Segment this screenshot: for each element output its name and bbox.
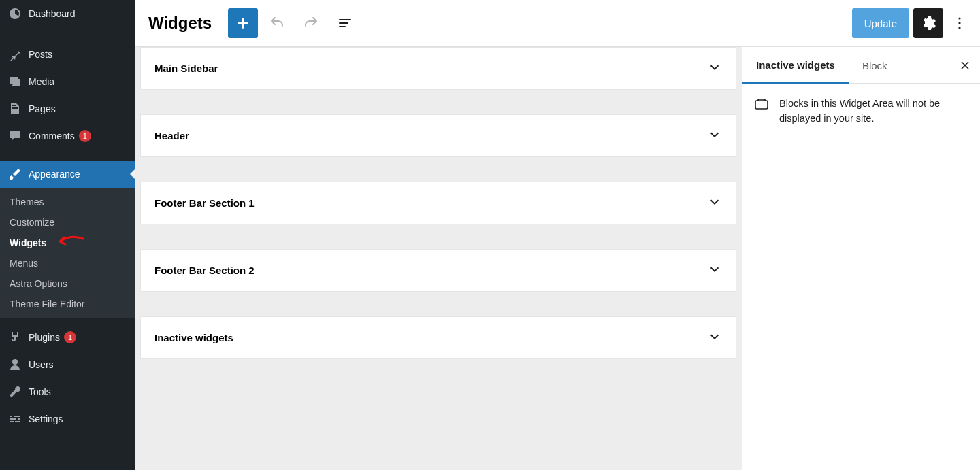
svg-point-2 bbox=[958, 27, 960, 29]
submenu-themes[interactable]: Themes bbox=[0, 192, 135, 212]
sidebar-item-pages[interactable]: Pages bbox=[0, 95, 135, 122]
comment-icon bbox=[8, 129, 22, 143]
widget-area-toggle[interactable]: Header bbox=[141, 115, 736, 156]
svg-point-1 bbox=[958, 22, 960, 24]
sidebar-item-label: Comments bbox=[29, 131, 75, 141]
redo-button[interactable] bbox=[296, 8, 326, 38]
submenu-theme-editor[interactable]: Theme File Editor bbox=[0, 294, 135, 314]
add-block-button[interactable] bbox=[228, 8, 258, 38]
dashboard-icon bbox=[8, 7, 22, 20]
panel-message: Blocks in this Widget Area will not be d… bbox=[779, 96, 969, 127]
widget-areas-column: Main Sidebar Header Footer Bar Section 1 bbox=[135, 47, 742, 470]
editor-body: Main Sidebar Header Footer Bar Section 1 bbox=[135, 47, 980, 470]
pin-icon bbox=[8, 48, 22, 61]
submenu-customize[interactable]: Customize bbox=[0, 212, 135, 233]
sidebar-item-posts[interactable]: Posts bbox=[0, 41, 135, 68]
submenu-widgets[interactable]: Widgets bbox=[0, 233, 135, 253]
sidebar-item-comments[interactable]: Comments 1 bbox=[0, 122, 135, 150]
plug-icon bbox=[8, 331, 22, 344]
user-icon bbox=[8, 358, 22, 371]
settings-panel: Inactive widgets Block Blocks in this Wi… bbox=[742, 47, 980, 470]
sidebar-item-label: Dashboard bbox=[29, 8, 76, 19]
widget-area-footer-2: Footer Bar Section 2 bbox=[140, 249, 736, 292]
sidebar-item-plugins[interactable]: Plugins 1 bbox=[0, 324, 135, 351]
sidebar-item-label: Plugins bbox=[29, 332, 60, 343]
sidebar-item-users[interactable]: Users bbox=[0, 351, 135, 378]
widget-area-label: Footer Bar Section 2 bbox=[154, 265, 255, 276]
admin-sidebar: Dashboard Posts Media Pages Comments 1 A… bbox=[0, 0, 135, 470]
widget-area-inactive: Inactive widgets bbox=[140, 316, 736, 359]
widget-area-icon bbox=[753, 96, 770, 127]
undo-button[interactable] bbox=[262, 8, 292, 38]
list-view-button[interactable] bbox=[330, 8, 360, 38]
widget-area-label: Inactive widgets bbox=[154, 332, 233, 343]
sidebar-item-label: Posts bbox=[29, 49, 52, 60]
sliders-icon bbox=[8, 412, 22, 426]
plugins-badge: 1 bbox=[64, 331, 76, 343]
submenu-astra-options[interactable]: Astra Options bbox=[0, 273, 135, 294]
svg-rect-3 bbox=[755, 101, 768, 109]
page-title: Widgets bbox=[148, 14, 212, 33]
widget-area-footer-1: Footer Bar Section 1 bbox=[140, 182, 736, 224]
widget-area-toggle[interactable]: Footer Bar Section 2 bbox=[141, 250, 736, 291]
wrench-icon bbox=[8, 385, 22, 399]
sidebar-item-label: Pages bbox=[29, 103, 56, 114]
widget-area-toggle[interactable]: Main Sidebar bbox=[141, 48, 736, 89]
options-button[interactable] bbox=[947, 8, 972, 38]
widget-area-main-sidebar: Main Sidebar bbox=[140, 47, 736, 90]
close-panel-button[interactable] bbox=[950, 50, 980, 80]
sidebar-item-label: Media bbox=[29, 76, 54, 87]
settings-tabs: Inactive widgets Block bbox=[742, 47, 980, 84]
tab-inactive-widgets[interactable]: Inactive widgets bbox=[742, 47, 849, 84]
active-pointer bbox=[130, 169, 135, 180]
widget-area-label: Header bbox=[154, 130, 189, 141]
update-button[interactable]: Update bbox=[852, 8, 909, 38]
chevron-down-icon bbox=[707, 127, 722, 144]
panel-body: Blocks in this Widget Area will not be d… bbox=[742, 84, 980, 139]
sidebar-item-tools[interactable]: Tools bbox=[0, 378, 135, 405]
editor-header: Widgets Update bbox=[135, 0, 980, 47]
sidebar-item-label: Appearance bbox=[29, 169, 80, 180]
editor: Widgets Update bbox=[135, 0, 980, 470]
sidebar-item-settings[interactable]: Settings bbox=[0, 405, 135, 433]
sidebar-item-label: Settings bbox=[29, 414, 63, 424]
settings-button[interactable] bbox=[913, 8, 943, 38]
sidebar-item-media[interactable]: Media bbox=[0, 68, 135, 95]
widget-area-toggle[interactable]: Inactive widgets bbox=[141, 317, 736, 358]
svg-point-0 bbox=[958, 17, 960, 19]
chevron-down-icon bbox=[707, 329, 722, 346]
annotation-red-arrow bbox=[56, 235, 84, 252]
widget-area-label: Footer Bar Section 1 bbox=[154, 197, 255, 209]
submenu-menus[interactable]: Menus bbox=[0, 253, 135, 273]
sidebar-item-label: Tools bbox=[29, 386, 51, 397]
sidebar-item-dashboard[interactable]: Dashboard bbox=[0, 0, 135, 27]
chevron-down-icon bbox=[707, 195, 722, 212]
widget-area-header: Header bbox=[140, 114, 736, 157]
chevron-down-icon bbox=[707, 262, 722, 279]
pages-icon bbox=[8, 102, 22, 116]
sidebar-item-label: Users bbox=[29, 359, 54, 370]
tab-block[interactable]: Block bbox=[849, 48, 901, 82]
chevron-down-icon bbox=[707, 60, 722, 77]
brush-icon bbox=[8, 167, 22, 181]
comments-badge: 1 bbox=[79, 130, 91, 142]
media-icon bbox=[8, 75, 22, 88]
widget-area-label: Main Sidebar bbox=[154, 63, 218, 74]
sidebar-item-appearance[interactable]: Appearance bbox=[0, 161, 135, 188]
widget-area-toggle[interactable]: Footer Bar Section 1 bbox=[141, 182, 736, 224]
appearance-submenu: Themes Customize Widgets Menus Astra Opt… bbox=[0, 188, 135, 318]
